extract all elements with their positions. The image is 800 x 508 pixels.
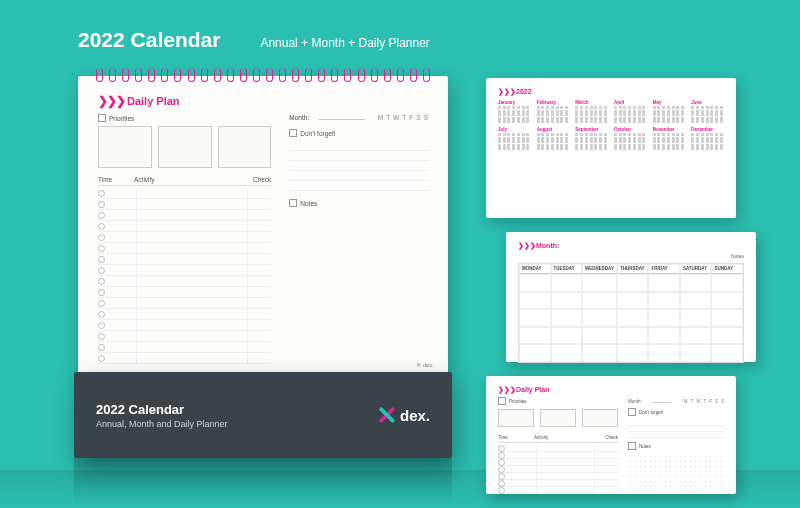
chevrons-icon: ❯❯❯ [498, 88, 516, 95]
priorities-label: Priorities [98, 114, 271, 122]
daily-mini-heading: ❯❯❯Daily Plan [498, 386, 724, 394]
chevrons-icon: ❯❯❯ [518, 242, 536, 249]
mini-priorities-label: Priorities [498, 397, 618, 405]
priority-boxes [98, 126, 271, 168]
month-heading: ❯❯❯Month: [518, 242, 744, 250]
month-row: Month: MTWTFSS [289, 114, 428, 121]
weekday-letters: MTWTFSS [375, 114, 428, 121]
chevrons-icon: ❯❯❯ [98, 94, 125, 108]
brand-logo: dex. [376, 405, 430, 425]
daily-plan-heading: ❯❯❯Daily Plan [98, 94, 428, 108]
month-label: Month: [289, 114, 309, 121]
chevrons-icon: ❯❯❯ [498, 386, 516, 393]
notes-label: Notes [289, 199, 428, 207]
header: 2022 Calendar Annual + Month + Daily Pla… [78, 28, 430, 52]
annual-year: ❯❯❯2022 [498, 88, 724, 96]
spiral-binding [96, 68, 430, 84]
page-subtitle: Annual + Month + Daily Planner [260, 36, 429, 50]
col-check: Check [241, 176, 271, 183]
logo-text: dex. [400, 407, 430, 424]
month-grid: MONDAYTUESDAYWEDNESDAYTHURSDAYFRIDAYSATU… [518, 263, 744, 363]
month-blank [319, 114, 365, 120]
priority-box [98, 126, 152, 168]
priority-box [218, 126, 272, 168]
dont-forget-lines [289, 141, 428, 191]
logo-x-icon [376, 405, 396, 425]
annual-month-grid: JanuaryFebruaryMarchAprilMayJuneJulyAugu… [498, 100, 724, 150]
schedule-rows [98, 188, 271, 364]
schedule-header: Time Activity Check [98, 176, 271, 186]
month-notes-label: Notes [731, 253, 744, 259]
base-title: 2022 Calendar [96, 402, 228, 417]
dont-forget-label: Don't forget! [289, 129, 428, 137]
daily-plan-page: ❯❯❯Daily Plan Priorities Time Activity C… [78, 76, 448, 376]
thumbnail-daily: ❯❯❯Daily Plan Priorities TimeActivityChe… [486, 376, 736, 494]
thumbnail-month: ❯❯❯Month: Notes MONDAYTUESDAYWEDNESDAYTH… [506, 232, 756, 362]
brand-tag: ✕ dex. [416, 361, 434, 368]
base-subtitle: Annual, Month and Daily Planner [96, 419, 228, 429]
notes-dot-grid [289, 211, 428, 339]
thumbnail-annual: ❯❯❯2022 JanuaryFebruaryMarchAprilMayJune… [486, 78, 736, 218]
page-title: 2022 Calendar [78, 28, 220, 52]
calendar-stand: ❯❯❯Daily Plan Priorities Time Activity C… [78, 68, 448, 488]
priority-box [158, 126, 212, 168]
stand-base: 2022 Calendar Annual, Month and Daily Pl… [74, 372, 452, 458]
col-activity: Activity [134, 176, 241, 183]
col-time: Time [98, 176, 134, 183]
